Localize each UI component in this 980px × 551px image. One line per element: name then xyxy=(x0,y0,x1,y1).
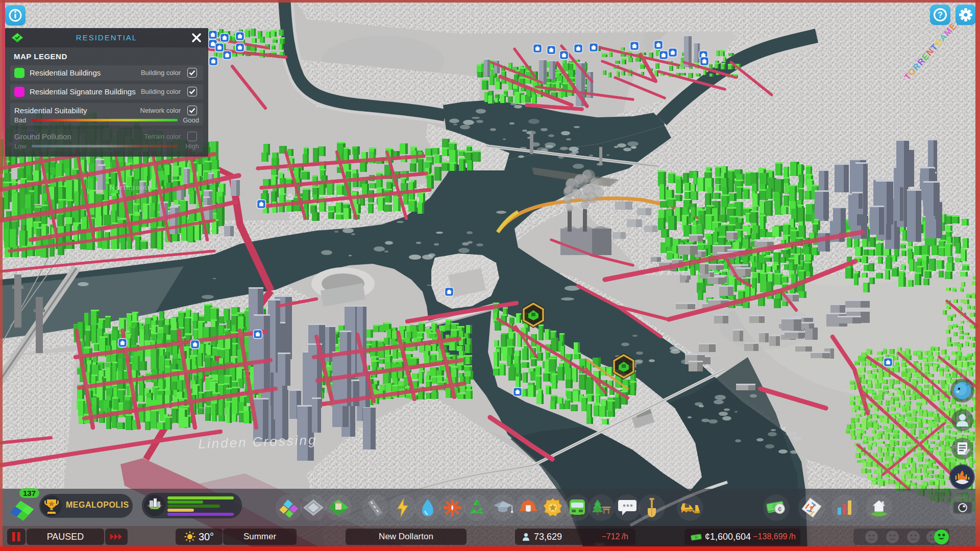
svg-text:¢: ¢ xyxy=(778,505,782,513)
svg-text:?: ? xyxy=(938,11,943,19)
svg-text:Northpoint: Northpoint xyxy=(110,184,151,191)
